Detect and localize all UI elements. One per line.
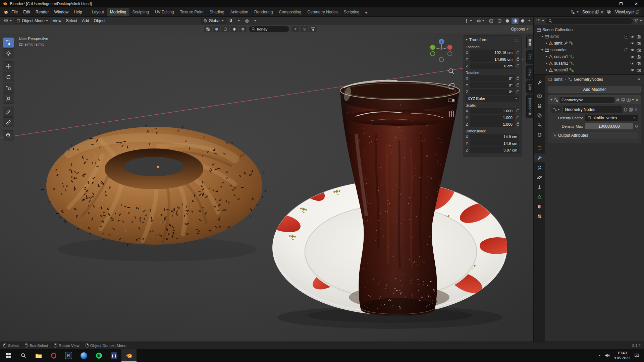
tool-search-field[interactable] <box>249 26 289 32</box>
scene-selector[interactable]: Scene × <box>580 9 605 15</box>
tab-tool-properties[interactable] <box>534 78 545 87</box>
tab-object-properties[interactable] <box>534 144 545 153</box>
outliner-editor-caret[interactable] <box>542 20 544 21</box>
realtime-toggle-icon[interactable] <box>621 98 625 102</box>
hide-eye-icon[interactable] <box>630 61 635 66</box>
tab-geometry-nodes[interactable]: Geometry Nodes <box>304 8 341 16</box>
add-workspace-button[interactable]: + <box>363 9 370 16</box>
zoom-control[interactable] <box>449 69 454 74</box>
tool-scale[interactable] <box>3 83 14 93</box>
outliner-search-field[interactable] <box>546 18 633 24</box>
lock-location-x-icon[interactable] <box>517 52 519 54</box>
notification-center-icon[interactable] <box>634 353 639 358</box>
render-camera-icon[interactable] <box>637 68 641 72</box>
tab-particles-properties[interactable] <box>534 163 545 172</box>
outliner-search-input[interactable] <box>554 19 630 23</box>
filter-caret[interactable] <box>640 20 642 21</box>
tab-modifier-properties[interactable] <box>534 154 545 162</box>
menu-file[interactable]: File <box>9 8 20 16</box>
breadcrumb-modifier[interactable]: GeometryNodes <box>574 77 603 82</box>
tab-uv-editing[interactable]: UV Editing <box>152 8 177 16</box>
modifier-header[interactable]: GeometryNo... ✕ <box>548 96 641 104</box>
tab-world-properties[interactable] <box>534 130 545 139</box>
menu-edit[interactable]: Edit <box>20 8 33 16</box>
modifier-name-field[interactable]: GeometryNo... <box>559 97 614 103</box>
animate-property-icon[interactable] <box>635 125 638 128</box>
filter-icon[interactable] <box>634 19 638 23</box>
editor-type-button[interactable] <box>2 18 14 24</box>
tab-physics-properties[interactable] <box>534 173 545 182</box>
tool-add-cube[interactable] <box>3 130 14 140</box>
lock-location-y-icon[interactable] <box>517 58 519 61</box>
sidebar-tab-item[interactable]: Item <box>526 36 533 49</box>
tab-layout[interactable]: Layout <box>89 8 107 16</box>
search-input[interactable] <box>257 27 286 31</box>
expand-caret-icon[interactable] <box>546 42 547 44</box>
menu-add[interactable]: Add <box>80 18 91 24</box>
outliner-editor-icon[interactable] <box>536 18 540 23</box>
render-toggle-icon[interactable] <box>627 98 631 102</box>
display-toggle-1[interactable] <box>204 26 212 32</box>
display-toggle-3[interactable] <box>221 26 229 32</box>
tool-transform[interactable] <box>3 94 14 104</box>
show-gizmo-toggle[interactable] <box>462 18 474 24</box>
taskbar-clock[interactable]: 19:40 9.05.2022 <box>614 351 630 360</box>
tab-output-properties[interactable] <box>534 101 545 110</box>
lock-scale-y-icon[interactable] <box>517 117 519 119</box>
filter-list-button[interactable] <box>300 26 308 32</box>
tool-select-box[interactable] <box>3 38 14 48</box>
modifier-extras-caret[interactable] <box>632 99 634 101</box>
new-viewlayer-icon[interactable] <box>636 10 639 14</box>
blender-taskbar-button[interactable] <box>121 349 137 362</box>
tray-expand-icon[interactable] <box>599 355 601 356</box>
gizmo-z-negative[interactable] <box>439 58 444 62</box>
snapping-dropdown[interactable] <box>236 19 242 22</box>
expand-caret-icon[interactable] <box>541 36 543 37</box>
close-button[interactable]: ✕ <box>629 0 644 7</box>
location-x-field[interactable]: 102.16 cm <box>470 50 515 56</box>
rotation-x-field[interactable]: 0° <box>470 75 515 81</box>
new-copy-icon[interactable] <box>629 108 633 112</box>
tab-sculpting[interactable]: Sculpting <box>129 8 152 16</box>
rotation-y-field[interactable]: 0° <box>470 82 515 88</box>
lock-location-z-icon[interactable] <box>517 65 519 67</box>
headset-app-button[interactable] <box>106 349 121 362</box>
collapse-caret-icon[interactable] <box>550 99 552 101</box>
outliner-row-object-susam2[interactable]: susam2 <box>534 60 643 67</box>
viewlayer-icon[interactable] <box>607 10 611 14</box>
viewlayer-selector[interactable]: ViewLayer <box>613 9 641 15</box>
spotify-button[interactable] <box>91 349 106 362</box>
outliner-row-collection-susamlar[interactable]: susamlar ✓ <box>534 47 643 53</box>
expand-caret-icon[interactable] <box>546 69 547 71</box>
tool-cursor[interactable] <box>3 48 14 58</box>
file-explorer-button[interactable] <box>31 349 46 362</box>
expand-caret-icon[interactable] <box>546 56 547 58</box>
tab-compositing[interactable]: Compositing <box>276 8 304 16</box>
display-toggle-2[interactable] <box>213 26 220 32</box>
rotation-z-field[interactable]: 0° <box>470 89 515 95</box>
menu-render[interactable]: Render <box>33 8 51 16</box>
hide-eye-icon[interactable] <box>630 35 635 39</box>
tab-viewlayer-properties[interactable] <box>534 111 545 120</box>
collection-checkbox[interactable]: ✓ <box>625 35 628 39</box>
render-camera-icon[interactable] <box>637 55 641 59</box>
new-scene-icon[interactable] <box>595 10 599 14</box>
location-z-field[interactable]: 0 cm <box>470 63 515 69</box>
menu-window[interactable]: Window <box>51 8 71 16</box>
browser-button[interactable] <box>76 349 91 362</box>
navigation-gizmo[interactable]: Z <box>430 39 452 62</box>
start-button[interactable] <box>1 349 16 362</box>
minimize-button[interactable] <box>598 0 613 7</box>
outliner-row-object-susam3[interactable]: susam3 <box>534 67 643 73</box>
display-toggle-5[interactable] <box>239 26 247 32</box>
tab-scripting[interactable]: Scripting <box>341 8 363 16</box>
outliner-row-collection-simit[interactable]: simit ✓ <box>534 33 643 40</box>
tool-annotate[interactable] <box>3 107 14 117</box>
viewport-scene[interactable]: Z <box>0 33 533 342</box>
menu-view[interactable]: View <box>51 18 63 24</box>
lock-rotation-z-icon[interactable] <box>517 91 519 93</box>
render-camera-icon[interactable] <box>637 48 641 52</box>
tab-constraints-properties[interactable] <box>534 183 545 191</box>
hide-eye-icon[interactable] <box>630 68 635 72</box>
lock-rotation-x-icon[interactable] <box>517 77 519 80</box>
